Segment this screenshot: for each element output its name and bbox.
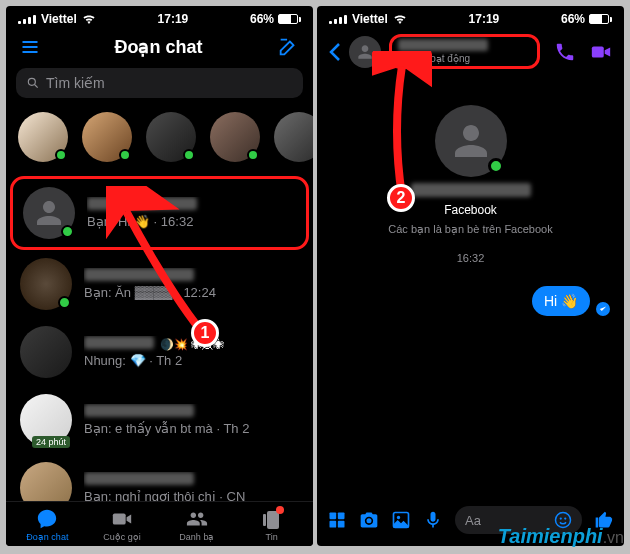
svg-rect-6 [338, 513, 345, 520]
header-highlighted[interactable]: Đang hoạt động [389, 34, 540, 69]
signal-icon [18, 15, 36, 24]
svg-rect-1 [113, 514, 126, 525]
chat-list-header: Đoạn chat [6, 28, 313, 68]
delivered-icon [596, 302, 610, 316]
story-avatar[interactable] [210, 112, 260, 162]
nav-label: Cuộc gọi [103, 532, 141, 542]
battery-icon [589, 14, 612, 24]
nav-label: Đoạn chat [26, 532, 68, 542]
avatar[interactable] [349, 36, 381, 68]
chat-preview: Bạn: e thấy vẫn bt mà · Th 2 [84, 421, 299, 436]
nav-label: Tin [266, 532, 278, 542]
chat-list: Bạn: Hi 👋 · 16:32 Bạn: Ăn ▓▓▓▓ · 12:24 🌒… [6, 176, 313, 522]
battery-pct: 66% [561, 12, 585, 26]
chat-bubble-icon [35, 508, 59, 530]
nav-stories[interactable]: Tin [234, 508, 309, 542]
svg-rect-4 [592, 46, 604, 57]
wifi-icon [82, 14, 96, 24]
svg-point-14 [564, 517, 566, 519]
chat-item[interactable]: 🌒💥 🕷🕸🕷 Nhung: 💎 · Th 2 [10, 318, 309, 386]
timestamp: 16:32 [457, 252, 485, 264]
video-call-icon[interactable] [590, 41, 612, 63]
search-placeholder: Tìm kiếm [46, 75, 105, 91]
people-icon [185, 508, 209, 530]
chat-item[interactable]: Bạn: Ăn ▓▓▓▓ · 12:24 [10, 250, 309, 318]
phone-left: Viettel 17:19 66% Đoạn chat Tìm kiếm [6, 6, 313, 546]
watermark: Taimienphi.vn [498, 525, 624, 548]
chat-preview: Bạn: Hi 👋 · 16:32 [87, 214, 296, 229]
callout-1: 1 [191, 319, 219, 347]
svg-point-13 [560, 517, 562, 519]
profile-platform: Facebook [444, 203, 497, 217]
avatar [20, 258, 72, 310]
svg-rect-7 [330, 521, 337, 528]
chat-name-blurred [398, 39, 488, 51]
story-avatar[interactable] [274, 112, 313, 162]
battery-icon [278, 14, 301, 24]
nav-label: Danh bạ [179, 532, 214, 542]
callout-2: 2 [387, 184, 415, 212]
svg-rect-5 [330, 513, 337, 520]
svg-rect-2 [267, 511, 279, 529]
avatar [23, 187, 75, 239]
svg-point-11 [397, 516, 400, 519]
search-input[interactable]: Tìm kiếm [16, 68, 303, 98]
chat-preview: Bạn: Ăn ▓▓▓▓ · 12:24 [84, 285, 299, 300]
story-avatar[interactable] [146, 112, 196, 162]
profile-avatar[interactable] [435, 105, 507, 177]
chat-name-blurred [84, 404, 194, 417]
nav-contacts[interactable]: Danh bạ [160, 508, 235, 542]
status-bar: Viettel 17:19 66% [317, 6, 624, 28]
signal-icon [329, 15, 347, 24]
message-row: Hi 👋 [331, 280, 610, 322]
compose-icon[interactable] [277, 36, 299, 58]
status-bar: Viettel 17:19 66% [6, 6, 313, 28]
battery-pct: 66% [250, 12, 274, 26]
online-status: Đang hoạt động [398, 53, 531, 64]
avatar: 24 phút [20, 394, 72, 446]
avatar [20, 326, 72, 378]
wifi-icon [393, 14, 407, 24]
svg-point-9 [367, 518, 372, 523]
story-avatar[interactable] [18, 112, 68, 162]
nav-call[interactable]: Cuộc gọi [85, 508, 160, 542]
svg-rect-8 [338, 521, 345, 528]
apps-icon[interactable] [327, 510, 347, 530]
camera-icon[interactable] [359, 510, 379, 530]
recent-badge: 24 phút [32, 436, 70, 448]
search-icon [26, 76, 40, 90]
chat-name-blurred [84, 336, 154, 349]
carrier-label: Viettel [352, 12, 388, 26]
chat-preview: Nhung: 💎 · Th 2 [84, 353, 299, 368]
stories-icon [260, 508, 284, 530]
svg-rect-3 [263, 514, 266, 526]
nav-chat[interactable]: Đoạn chat [10, 508, 85, 542]
mic-icon[interactable] [423, 510, 443, 530]
gallery-icon[interactable] [391, 510, 411, 530]
phone-right: Viettel 17:19 66% Đang hoạt động [317, 6, 624, 546]
story-avatar[interactable] [82, 112, 132, 162]
back-icon[interactable] [329, 42, 341, 62]
bottom-nav: Đoạn chat Cuộc gọi Danh bạ Tin [6, 501, 313, 546]
svg-point-0 [28, 78, 35, 85]
video-icon [110, 508, 134, 530]
time-label: 17:19 [158, 12, 189, 26]
input-placeholder: Aa [465, 513, 481, 528]
chat-header: Đang hoạt động [317, 28, 624, 75]
time-label: 17:19 [469, 12, 500, 26]
page-title: Đoạn chat [114, 36, 202, 58]
chat-name-blurred [84, 268, 194, 281]
chat-name-blurred [84, 472, 194, 485]
chat-item[interactable]: 24 phút Bạn: e thấy vẫn bt mà · Th 2 [10, 386, 309, 454]
friend-note: Các bạn là bạn bè trên Facebook [388, 223, 552, 236]
chat-item-highlighted[interactable]: Bạn: Hi 👋 · 16:32 [10, 176, 309, 250]
stories-row[interactable] [6, 108, 313, 176]
carrier-label: Viettel [41, 12, 77, 26]
message-bubble[interactable]: Hi 👋 [532, 286, 590, 316]
phone-icon[interactable] [554, 41, 576, 63]
chat-body: Facebook Các bạn là bạn bè trên Facebook… [317, 75, 624, 332]
menu-icon[interactable] [20, 37, 40, 57]
profile-name-blurred [411, 183, 531, 197]
chat-name-blurred [87, 197, 197, 210]
